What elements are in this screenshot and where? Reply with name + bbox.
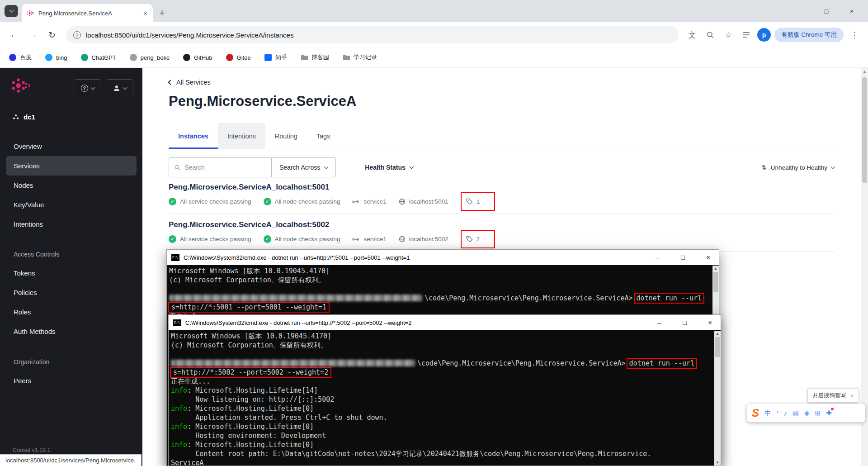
access-controls-heading: Access Controls	[6, 245, 137, 263]
sort-dropdown[interactable]: ⇅ Unhealthy to Healthy	[761, 164, 835, 171]
maximize-button[interactable]: □	[672, 250, 693, 265]
sidebar-item-roles[interactable]: Roles	[6, 302, 137, 322]
baidu-icon	[9, 54, 16, 61]
sidebar-item-tokens[interactable]: Tokens	[6, 263, 137, 283]
instance-name-link[interactable]: Peng.Microservice.ServiceA_localhost:500…	[169, 183, 835, 192]
sidebar-item-nodes[interactable]: Nodes	[6, 176, 137, 195]
back-icon[interactable]: ←	[6, 27, 22, 43]
instance-row: Peng.Microservice.ServiceA_localhost:500…	[169, 214, 835, 252]
close-button[interactable]: ×	[698, 250, 719, 265]
keyboard-icon[interactable]: ▦	[793, 409, 799, 417]
close-button[interactable]: ×	[839, 8, 864, 15]
health-status-dropdown[interactable]: Health Status	[365, 164, 413, 171]
tab-instances[interactable]: Instances	[169, 123, 218, 149]
sidebar-item-overview[interactable]: Overview	[6, 137, 137, 156]
site-info-icon[interactable]: i	[73, 31, 81, 39]
bookmark-cnblogs-folder[interactable]: 博客园	[301, 53, 329, 62]
bookmark-gitee[interactable]: Gitee	[226, 54, 251, 61]
terminal-line: Application started. Press Ctrl+C to shu…	[171, 413, 714, 422]
maximize-button[interactable]: □	[814, 8, 839, 15]
tab-search-button[interactable]	[5, 5, 18, 17]
sidebar-item-peers[interactable]: Peers	[6, 371, 137, 390]
censored-region	[171, 360, 415, 366]
translate-icon[interactable]: 文	[685, 28, 699, 42]
close-button[interactable]: ×	[699, 315, 721, 330]
skin-icon[interactable]: ◈	[804, 409, 810, 417]
help-menu-button[interactable]: ?	[74, 79, 101, 97]
minimize-button[interactable]: –	[649, 315, 670, 330]
cmd-icon: C:\_	[173, 319, 181, 326]
tab-routing[interactable]: Routing	[265, 123, 307, 149]
scroll-up-icon[interactable]: ▲	[716, 332, 719, 336]
scrollbar-thumb[interactable]	[715, 337, 720, 357]
toolbox-icon[interactable]: ⊞	[815, 409, 821, 417]
datacenter-selector[interactable]: dc1	[13, 113, 35, 121]
sidebar-item-intentions[interactable]: Intentions	[6, 214, 137, 234]
scroll-down-icon[interactable]: ▼	[716, 461, 719, 465]
reload-icon[interactable]: ↻	[44, 27, 60, 43]
chevron-left-icon	[168, 80, 173, 85]
tab-intentions[interactable]: Intentions	[218, 123, 265, 149]
bookmark-study-folder[interactable]: 学习记录	[343, 53, 377, 62]
browser-status-bar: localhost:8500/ui/dc1/services/Peng.Micr…	[0, 454, 142, 466]
scrollbar-thumb[interactable]	[713, 272, 718, 292]
sidebar-item-policies[interactable]: Policies	[6, 283, 137, 302]
consul-logo[interactable]	[12, 76, 31, 97]
sidebar-item-auth-methods[interactable]: Auth Methods	[6, 322, 137, 341]
voice-input-icon[interactable]: ♪	[783, 409, 787, 417]
minimize-button[interactable]: –	[647, 250, 668, 265]
tab-tags[interactable]: Tags	[307, 123, 340, 149]
scroll-up-icon[interactable]: ▲	[714, 266, 717, 271]
menu-kebab-icon[interactable]: ⋮	[847, 28, 862, 42]
sogou-logo[interactable]: S	[752, 408, 759, 418]
profile-avatar[interactable]: p	[757, 28, 771, 42]
scroll-up-icon[interactable]: ▲	[861, 69, 868, 74]
maximize-button[interactable]: □	[674, 315, 695, 330]
search-box[interactable]	[169, 157, 272, 177]
tab-close-icon[interactable]: ×	[143, 10, 147, 17]
minimize-button[interactable]: –	[788, 8, 814, 15]
service-name: service1	[352, 198, 386, 205]
close-icon[interactable]: ×	[850, 392, 854, 399]
bookmark-peng-boke[interactable]: peng_boke	[130, 54, 170, 61]
tab-title: Peng.Microservice.ServiceA	[38, 10, 139, 17]
cmd-titlebar[interactable]: C:\_ C:\Windows\System32\cmd.exe - dotne…	[167, 250, 719, 265]
globe-icon	[399, 236, 406, 243]
bookmark-star-icon[interactable]: ☆	[721, 28, 736, 42]
bookmark-baidu[interactable]: 百度	[9, 53, 32, 62]
instance-meta: ✓ All service checks passing ✓ All node …	[169, 235, 835, 243]
zoom-search-icon[interactable]	[703, 28, 717, 42]
chrome-update-button[interactable]: 有新版 Chrome 可用	[774, 28, 844, 42]
bookmark-bing[interactable]: bing	[45, 54, 67, 61]
back-to-all-services-link[interactable]: All Services	[169, 79, 211, 86]
bookmark-chatgpt[interactable]: ChatGPT	[81, 54, 116, 61]
search-across-dropdown[interactable]: Search Across	[272, 157, 336, 177]
filter-bar: Search Across Health Status ⇅ Unhealthy …	[169, 157, 835, 177]
search-input[interactable]	[184, 164, 266, 171]
url-text[interactable]: localhost:8500/ui/dc1/services/Peng.Micr…	[86, 31, 293, 39]
terminal-line: s=http://*:5001 --port=5001 --weight=1	[169, 303, 712, 312]
chinese-mode-icon[interactable]: 中	[764, 409, 771, 418]
service-icon	[352, 199, 360, 204]
new-tab-button[interactable]: +	[159, 8, 165, 18]
bookmark-zhihu[interactable]: 知乎	[264, 53, 287, 62]
address-bar[interactable]: i localhost:8500/ui/dc1/services/Peng.Mi…	[66, 26, 679, 43]
browser-tab[interactable]: Peng.Microservice.ServiceA ×	[22, 4, 153, 22]
forward-icon[interactable]: →	[25, 27, 41, 43]
reading-list-icon[interactable]	[739, 28, 754, 42]
tag-count: 2	[476, 236, 480, 243]
terminal-line	[169, 285, 712, 294]
punctuation-icon[interactable]: ’	[777, 409, 778, 417]
page-title: Peng.Microservice.ServiceA	[169, 93, 356, 109]
help-icon: ?	[81, 85, 88, 92]
extension-icon[interactable]: ✚	[826, 409, 832, 417]
instance-name-link[interactable]: Peng.Microservice.ServiceA_localhost:500…	[169, 220, 835, 229]
consul-sidebar: ? dc1 Overview Services Nodes Key/Value …	[0, 68, 142, 466]
account-menu-button[interactable]	[106, 79, 133, 97]
sidebar-item-services[interactable]: Services	[6, 156, 137, 176]
sidebar-item-key-value[interactable]: Key/Value	[6, 195, 137, 214]
terminal-scrollbar[interactable]: ▲ ▼	[714, 331, 721, 466]
bookmark-github[interactable]: GitHub	[183, 54, 212, 61]
scrollbar-thumb[interactable]	[862, 77, 867, 183]
cmd-titlebar[interactable]: C:\_ C:\Windows\System32\cmd.exe - dotne…	[169, 315, 721, 330]
